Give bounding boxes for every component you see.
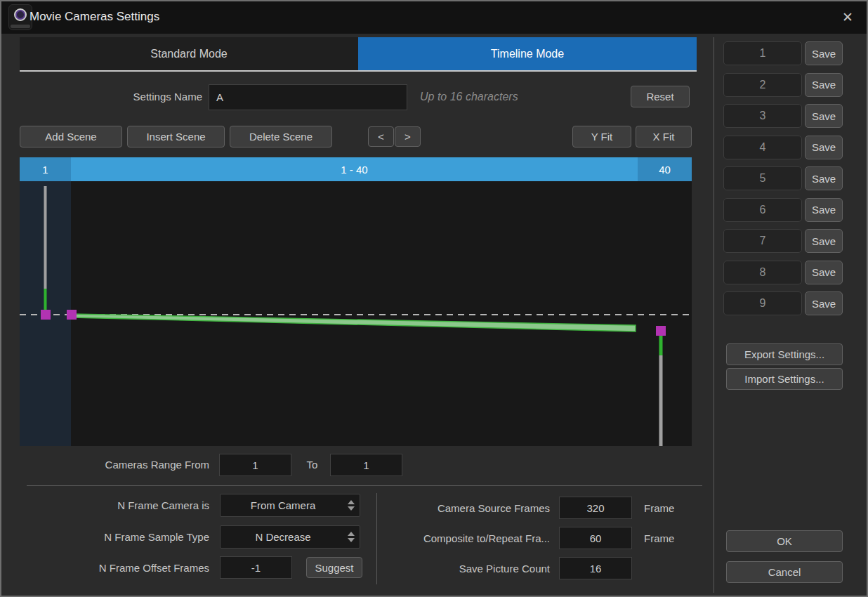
n-frame-offset-input[interactable]: -1 [220,556,292,579]
slot-save-button[interactable]: Save [805,229,843,253]
settings-slot-list: 1 Save 2 Save 3 Save 4 Save 5 Save 6 Sav… [723,41,844,315]
title-bar: Movie Cameras Settings ✕ [1,1,867,34]
settings-name-label: Settings Name [72,91,202,103]
left-camera-bar-green [44,289,47,310]
n-frame-offset-frames-label: N Frame Offset Frames [72,562,209,574]
delete-scene-button[interactable]: Delete Scene [230,126,332,147]
tab-standard-mode[interactable]: Standard Mode [20,37,358,70]
n-frame-camera-is-select[interactable]: From Camera [220,494,360,517]
x-fit-button[interactable]: X Fit [636,126,692,147]
add-scene-button[interactable]: Add Scene [20,126,122,147]
bottom-section-divider [27,485,702,486]
timeline-curve-canvas [20,181,692,446]
left-camera-bar-gray [44,186,47,289]
slot-row-9: 9 Save [723,291,844,315]
slot-save-button[interactable]: Save [805,73,843,97]
reset-button[interactable]: Reset [631,86,690,107]
insert-scene-button[interactable]: Insert Scene [127,126,225,147]
save-picture-count-input[interactable]: 16 [559,557,632,579]
n-frame-sample-type-value: N Decrease [221,531,346,543]
slot-number-field[interactable]: 1 [723,41,802,65]
settings-name-hint: Up to 16 characters [420,91,518,103]
composite-repeat-frames-unit: Frame [644,532,679,544]
suggest-button[interactable]: Suggest [306,557,362,578]
next-scene-button[interactable]: > [395,126,421,147]
slot-number-field[interactable]: 9 [723,291,802,315]
composite-repeat-frames-label: Composite to/Repeat Fra... [398,532,550,544]
slot-row-8: 8 Save [723,261,844,284]
mode-tabs: Standard Mode Timeline Mode [20,37,697,70]
slot-save-button[interactable]: Save [805,261,843,284]
slot-number-field[interactable]: 4 [723,136,802,159]
slot-row-4: 4 Save [723,136,844,159]
close-icon[interactable]: ✕ [839,9,857,26]
export-settings-button[interactable]: Export Settings... [726,343,843,365]
slot-save-button[interactable]: Save [805,104,843,128]
ok-button[interactable]: OK [726,530,843,552]
timeline-header[interactable]: 1 1 - 40 40 [20,157,692,181]
slot-save-button[interactable]: Save [805,166,843,190]
prev-scene-button[interactable]: < [368,126,394,147]
slot-row-7: 7 Save [723,229,844,253]
cameras-range-from-input[interactable]: 1 [219,454,291,476]
keyframe-handle-3[interactable] [656,326,666,336]
slot-save-button[interactable]: Save [805,41,843,65]
window-title: Movie Cameras Settings [29,10,159,24]
cameras-range-label: Cameras Range From [72,459,209,471]
right-camera-bar-green [659,336,663,355]
timeline-end-frame[interactable]: 40 [638,157,692,181]
interpolation-curve[interactable] [72,314,636,332]
camera-source-frames-unit: Frame [644,502,679,514]
slot-row-5: 5 Save [723,166,844,190]
spinner-arrows-icon[interactable] [346,532,360,542]
n-frame-sample-type-select[interactable]: N Decrease [220,525,360,549]
save-picture-count-label: Save Picture Count [398,563,550,575]
slot-save-button[interactable]: Save [805,136,843,159]
n-frame-camera-is-value: From Camera [221,499,346,511]
timeline-start-frame[interactable]: 1 [20,157,71,181]
timeline-range-label[interactable]: 1 - 40 [71,157,638,181]
slot-number-field[interactable]: 7 [723,229,802,253]
y-fit-button[interactable]: Y Fit [572,126,631,147]
slot-number-field[interactable]: 5 [723,166,802,190]
spinner-arrows-icon[interactable] [346,500,360,511]
slot-row-2: 2 Save [723,73,844,97]
bottom-column-divider [376,493,377,584]
keyframe-handle-1[interactable] [41,310,51,320]
movie-cameras-settings-dialog: Movie Cameras Settings ✕ Standard Mode T… [0,0,868,597]
camera-source-frames-label: Camera Source Frames [398,502,550,514]
n-frame-camera-is-label: N Frame Camera is [72,499,209,511]
cameras-range-to-label: To [296,459,328,471]
slot-number-field[interactable]: 8 [723,261,802,284]
tab-timeline-mode[interactable]: Timeline Mode [358,37,697,70]
cameras-range-to-input[interactable]: 1 [330,454,402,476]
keyframe-handle-2[interactable] [67,310,77,320]
right-camera-bar-gray [659,355,663,446]
tab-underline [20,70,697,72]
slot-row-1: 1 Save [723,41,844,65]
camera-source-frames-input[interactable]: 320 [559,497,632,519]
slot-number-field[interactable]: 3 [723,104,802,128]
sidebar-divider [714,37,714,593]
slot-save-button[interactable]: Save [805,198,843,222]
slot-number-field[interactable]: 2 [723,73,802,97]
import-settings-button[interactable]: Import Settings... [726,368,843,390]
slot-row-3: 3 Save [723,104,844,128]
camera-lens-icon [8,4,32,30]
slot-number-field[interactable]: 6 [723,198,802,222]
n-frame-sample-type-label: N Frame Sample Type [72,531,209,543]
cancel-button[interactable]: Cancel [726,561,843,583]
slot-save-button[interactable]: Save [805,291,843,315]
timeline-graph[interactable] [20,181,692,446]
slot-row-6: 6 Save [723,198,844,222]
composite-repeat-frames-input[interactable]: 60 [559,527,632,549]
settings-name-input[interactable]: A [209,84,407,110]
